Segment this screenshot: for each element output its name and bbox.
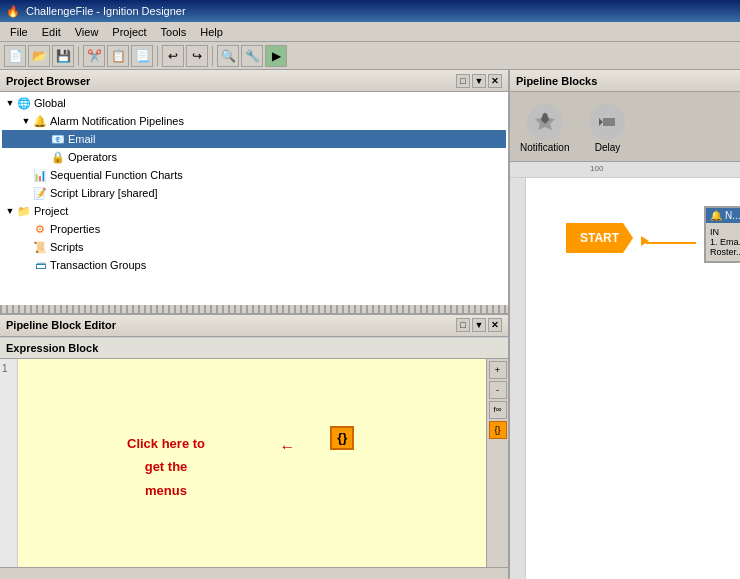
side-btn-plus[interactable]: + xyxy=(489,361,507,379)
instruction-line3: menus xyxy=(145,483,187,498)
panel-close-btn[interactable]: ✕ xyxy=(488,74,502,88)
toolbar-open[interactable]: 📂 xyxy=(28,45,50,67)
tree-properties[interactable]: ⚙ Properties xyxy=(2,220,506,238)
menu-help[interactable]: Help xyxy=(194,25,229,39)
instruction-line1: Click here to xyxy=(127,436,205,451)
scripts-icon: 📜 xyxy=(32,239,48,255)
delay-svg xyxy=(595,110,619,134)
title-bar: 🔥 ChallengeFile - Ignition Designer xyxy=(0,0,740,22)
expression-block-header: Expression Block xyxy=(0,337,508,359)
side-btn-f[interactable]: f∞ xyxy=(489,401,507,419)
delay-palette-icon xyxy=(589,104,625,140)
toolbar-copy[interactable]: 📋 xyxy=(107,45,129,67)
project-browser-header: Project Browser □ ▼ ✕ xyxy=(0,70,508,92)
panel-restore-btn[interactable]: □ xyxy=(456,74,470,88)
tree-script-library[interactable]: 📝 Script Library [shared] xyxy=(2,184,506,202)
operators-icon: 🔒 xyxy=(50,149,66,165)
menu-project[interactable]: Project xyxy=(106,25,152,39)
notification-block[interactable]: 🔔 N... IN 1. Ema... Roster... xyxy=(704,206,740,263)
panel-dock-btn[interactable]: ▼ xyxy=(472,74,486,88)
pipeline-block-editor: Pipeline Block Editor □ ▼ ✕ Expression B… xyxy=(0,313,508,579)
menu-tools[interactable]: Tools xyxy=(155,25,193,39)
toolbar-save[interactable]: 💾 xyxy=(52,45,74,67)
pbe-restore-btn[interactable]: □ xyxy=(456,318,470,332)
side-btn-minus[interactable]: - xyxy=(489,381,507,399)
toolbar-cut[interactable]: ✂️ xyxy=(83,45,105,67)
delay-palette-label: Delay xyxy=(595,142,621,153)
project-browser-title: Project Browser xyxy=(6,75,90,87)
tree-scripts[interactable]: 📜 Scripts xyxy=(2,238,506,256)
main-layout: Project Browser □ ▼ ✕ ▼ 🌐 Global ▼ 🔔 xyxy=(0,70,740,579)
tree-operators[interactable]: 🔒 Operators xyxy=(2,148,506,166)
side-btn-curly[interactable]: {} xyxy=(489,421,507,439)
canvas-content: START 🔔 N... IN 1. Ema... Roster... xyxy=(526,178,740,579)
tree-sfc[interactable]: 📊 Sequential Function Charts xyxy=(2,166,506,184)
palette-delay[interactable]: Delay xyxy=(589,104,625,153)
sfc-icon: 📊 xyxy=(32,167,48,183)
palette-notification[interactable]: Notification xyxy=(520,104,569,153)
click-instruction: Click here to get the menus xyxy=(127,432,205,502)
curly-brace-button[interactable]: {} xyxy=(330,426,354,450)
pbe-dock-btn[interactable]: ▼ xyxy=(472,318,486,332)
global-label: Global xyxy=(34,97,66,109)
tree-resize-handle[interactable] xyxy=(0,305,508,313)
toolbar-search[interactable]: 🔍 xyxy=(217,45,239,67)
toolbar-redo[interactable]: ↪ xyxy=(186,45,208,67)
ruler-vertical xyxy=(510,178,526,579)
start-block: START xyxy=(566,223,633,253)
project-browser: Project Browser □ ▼ ✕ ▼ 🌐 Global ▼ 🔔 xyxy=(0,70,508,313)
line-1: 1 xyxy=(2,363,8,374)
tree-alarm-pipelines[interactable]: ▼ 🔔 Alarm Notification Pipelines xyxy=(2,112,506,130)
toolbar-run[interactable]: ▶ xyxy=(265,45,287,67)
notif-roster: Roster... xyxy=(710,247,740,257)
toolbar: 📄 📂 💾 ✂️ 📋 📃 ↩ ↪ 🔍 🔧 ▶ xyxy=(0,42,740,70)
tx-label: Transaction Groups xyxy=(50,259,146,271)
pipeline-canvas[interactable]: 100 START 🔔 N... xyxy=(510,162,740,579)
connector-arrow xyxy=(641,236,649,246)
notif-block-body: IN 1. Ema... Roster... xyxy=(706,223,740,261)
ruler-horizontal: 100 xyxy=(510,162,740,178)
menu-view[interactable]: View xyxy=(69,25,105,39)
toolbar-sep1 xyxy=(78,46,79,66)
toolbar-sep2 xyxy=(157,46,158,66)
start-block-label: START xyxy=(580,231,619,245)
toggle-project[interactable]: ▼ xyxy=(4,205,16,217)
properties-icon: ⚙ xyxy=(32,221,48,237)
pipeline-palette: Notification Delay xyxy=(510,92,740,162)
toggle-email xyxy=(38,133,50,145)
pbe-controls: □ ▼ ✕ xyxy=(456,318,502,332)
toolbar-sep3 xyxy=(212,46,213,66)
sfc-label: Sequential Function Charts xyxy=(50,169,183,181)
line-numbers: 1 xyxy=(0,359,18,567)
toolbar-new[interactable]: 📄 xyxy=(4,45,26,67)
ruler-mark-100: 100 xyxy=(590,164,603,173)
tree-global[interactable]: ▼ 🌐 Global xyxy=(2,94,506,112)
toggle-global[interactable]: ▼ xyxy=(4,97,16,109)
toolbar-paste[interactable]: 📃 xyxy=(131,45,153,67)
tree-email[interactable]: 📧 Email xyxy=(2,130,506,148)
toolbar-settings[interactable]: 🔧 xyxy=(241,45,263,67)
instruction-line2: get the xyxy=(145,459,188,474)
email-label: Email xyxy=(68,133,96,145)
toggle-scripts xyxy=(20,241,32,253)
script-library-label: Script Library [shared] xyxy=(50,187,158,199)
pbe-close-btn[interactable]: ✕ xyxy=(488,318,502,332)
toggle-tx xyxy=(20,259,32,271)
toggle-script-library xyxy=(20,187,32,199)
tree-transaction-groups[interactable]: 🗃 Transaction Groups xyxy=(2,256,506,274)
menu-file[interactable]: File xyxy=(4,25,34,39)
menu-edit[interactable]: Edit xyxy=(36,25,67,39)
pipeline-blocks-header: Pipeline Blocks xyxy=(510,70,740,92)
toggle-alarm[interactable]: ▼ xyxy=(20,115,32,127)
alarm-label: Alarm Notification Pipelines xyxy=(50,115,184,127)
tree-container: ▼ 🌐 Global ▼ 🔔 Alarm Notification Pipeli… xyxy=(0,92,508,305)
expression-block-label: Expression Block xyxy=(6,342,98,354)
connector-line xyxy=(646,242,696,244)
pbe-scrollbar[interactable] xyxy=(0,567,508,579)
notification-palette-icon xyxy=(527,104,563,140)
panel-header-controls: □ ▼ ✕ xyxy=(456,74,502,88)
arrow-annotation: ← xyxy=(279,438,295,456)
tree-project[interactable]: ▼ 📁 Project xyxy=(2,202,506,220)
notification-svg xyxy=(533,110,557,134)
toolbar-undo[interactable]: ↩ xyxy=(162,45,184,67)
